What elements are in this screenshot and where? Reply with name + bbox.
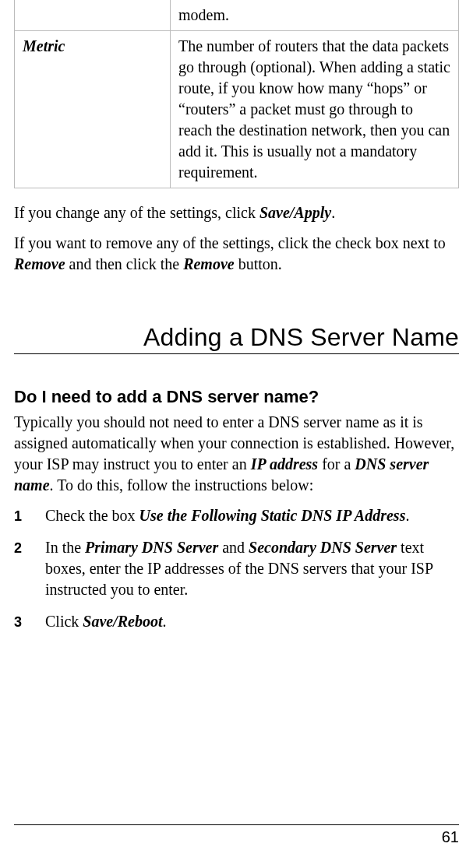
bold-italic-run: Use the Following Static DNS IP Address [139, 507, 406, 524]
bold-italic-run: Primary DNS Server [85, 539, 218, 556]
step-number: 2 [14, 539, 22, 557]
steps-list: 1 Check the box Use the Following Static… [14, 505, 459, 632]
bold-italic-run: IP address [251, 455, 318, 473]
list-item: 3 Click Save/Reboot. [14, 611, 459, 632]
bold-italic-run: Save/Apply [259, 204, 331, 221]
text-run: for a [318, 455, 355, 473]
paragraph-remove: If you want to remove any of the setting… [14, 233, 459, 275]
text-run: Check the box [45, 507, 139, 524]
table-row: Metric The number of routers that the da… [15, 31, 459, 188]
table-row: modem. [15, 0, 459, 31]
section-title: Adding a DNS Server Name [14, 323, 459, 354]
text-run: Click [45, 613, 83, 630]
paragraph-save-apply: If you change any of the settings, click… [14, 202, 459, 223]
table-term-cell: Metric [15, 31, 171, 188]
text-run: . [163, 613, 167, 630]
text-run: button. [235, 255, 282, 272]
bold-italic-run: Remove [14, 255, 65, 272]
bold-italic-run: Secondary DNS Server [249, 539, 397, 556]
table-term-cell [15, 0, 171, 31]
bold-italic-run: Save/Reboot [83, 613, 162, 630]
text-run: and then click the [65, 255, 184, 272]
text-run: and [218, 539, 249, 556]
text-run: If you change any of the settings, click [14, 204, 259, 221]
bold-italic-run: Remove [183, 255, 235, 272]
table-desc-cell: The number of routers that the data pack… [171, 31, 459, 188]
text-run: If you want to remove any of the setting… [14, 234, 446, 251]
sub-heading: Do I need to add a DNS server name? [14, 387, 459, 407]
list-item: 1 Check the box Use the Following Static… [14, 505, 459, 526]
step-number: 1 [14, 507, 22, 525]
intro-paragraph: Typically you should not need to enter a… [14, 412, 459, 496]
definition-table: modem. Metric The number of routers that… [14, 0, 459, 188]
table-desc-cell: modem. [171, 0, 459, 31]
page-number: 61 [14, 828, 459, 846]
list-item: 2 In the Primary DNS Server and Secondar… [14, 537, 459, 600]
step-number: 3 [14, 613, 22, 631]
text-run: . [405, 507, 409, 524]
text-run: . To do this, follow the instructions be… [50, 476, 314, 494]
text-run: . [331, 204, 335, 221]
text-run: In the [45, 539, 85, 556]
page-footer: 61 [14, 824, 459, 846]
